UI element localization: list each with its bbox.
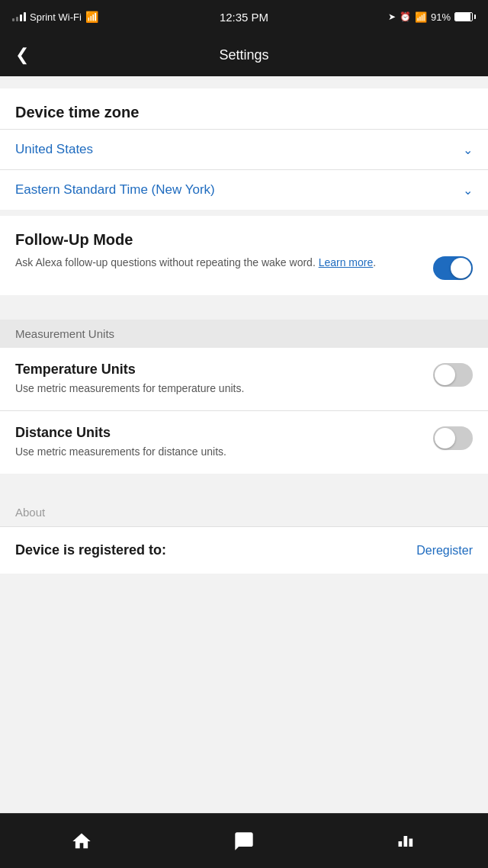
deregister-link[interactable]: Deregister <box>416 544 473 558</box>
activity-icon <box>396 831 417 852</box>
nav-bar: ❮ Settings <box>0 34 488 76</box>
status-right: ➤ ⏰ 📶 91% <box>388 11 476 23</box>
about-section: About Device is registered to: Deregiste… <box>0 498 488 574</box>
distance-units-desc: Use metric measurements for distance uni… <box>15 444 421 460</box>
country-dropdown[interactable]: United States ⌄ <box>0 129 488 169</box>
chevron-down-icon-2: ⌄ <box>463 183 473 198</box>
battery-indicator <box>454 12 476 21</box>
tab-home[interactable] <box>56 825 108 858</box>
followup-description: Ask Alexa follow-up questions without re… <box>15 255 421 271</box>
distance-units-text: Distance Units Use metric measurements f… <box>15 425 421 460</box>
bluetooth-icon: 📶 <box>415 11 427 23</box>
device-registered-row: Device is registered to: Deregister <box>0 526 488 574</box>
battery-percent: 91% <box>431 11 451 23</box>
signal-icon <box>12 12 26 21</box>
temperature-units-desc: Use metric measurements for temperature … <box>15 381 421 397</box>
temperature-toggle-knob <box>435 365 455 385</box>
status-left: Sprint Wi-Fi 📶 <box>12 11 98 23</box>
alarm-icon: ⏰ <box>400 11 411 22</box>
followup-title: Follow-Up Mode <box>15 231 473 249</box>
distance-units-title: Distance Units <box>15 425 421 441</box>
temperature-units-row: Temperature Units Use metric measurement… <box>0 348 488 411</box>
wifi-icon: 📶 <box>85 11 98 23</box>
chat-icon <box>233 831 255 852</box>
measurement-units-header: Measurement Units <box>0 320 488 348</box>
device-timezone-section: Device time zone United States ⌄ Eastern… <box>0 88 488 210</box>
followup-mode-section: Follow-Up Mode Ask Alexa follow-up quest… <box>0 210 488 295</box>
chevron-down-icon: ⌄ <box>463 143 473 157</box>
distance-units-row: Distance Units Use metric measurements f… <box>0 411 488 474</box>
home-icon <box>71 831 92 852</box>
battery-body <box>454 12 473 21</box>
about-header: About <box>0 498 488 526</box>
carrier-label: Sprint Wi-Fi <box>30 11 82 23</box>
distance-toggle[interactable] <box>433 426 473 450</box>
tab-activity[interactable] <box>380 825 432 858</box>
measurement-units-section: Measurement Units Temperature Units Use … <box>0 320 488 474</box>
distance-toggle-knob <box>435 428 455 448</box>
toggle-knob <box>451 258 471 278</box>
tab-bar <box>0 813 488 868</box>
page-title: Settings <box>219 47 268 63</box>
country-value: United States <box>15 142 93 157</box>
device-timezone-label: Device time zone <box>0 88 488 129</box>
device-registered-label: Device is registered to: <box>15 542 166 558</box>
temperature-units-title: Temperature Units <box>15 362 421 378</box>
status-time: 12:35 PM <box>220 11 268 24</box>
learn-more-link[interactable]: Learn more <box>319 256 374 268</box>
content-area: Device time zone United States ⌄ Eastern… <box>0 76 488 813</box>
timezone-dropdown[interactable]: Eastern Standard Time (New York) ⌄ <box>0 169 488 210</box>
status-bar: Sprint Wi-Fi 📶 12:35 PM ➤ ⏰ 📶 91% <box>0 0 488 34</box>
temperature-toggle[interactable] <box>433 363 473 387</box>
back-button[interactable]: ❮ <box>9 39 35 71</box>
battery-fill <box>455 13 470 21</box>
battery-tip <box>474 14 476 19</box>
location-icon: ➤ <box>388 11 396 22</box>
temperature-units-text: Temperature Units Use metric measurement… <box>15 362 421 397</box>
timezone-value: Eastern Standard Time (New York) <box>15 182 215 198</box>
followup-toggle[interactable] <box>433 256 473 280</box>
tab-chat[interactable] <box>218 825 270 858</box>
followup-row: Ask Alexa follow-up questions without re… <box>15 255 473 280</box>
